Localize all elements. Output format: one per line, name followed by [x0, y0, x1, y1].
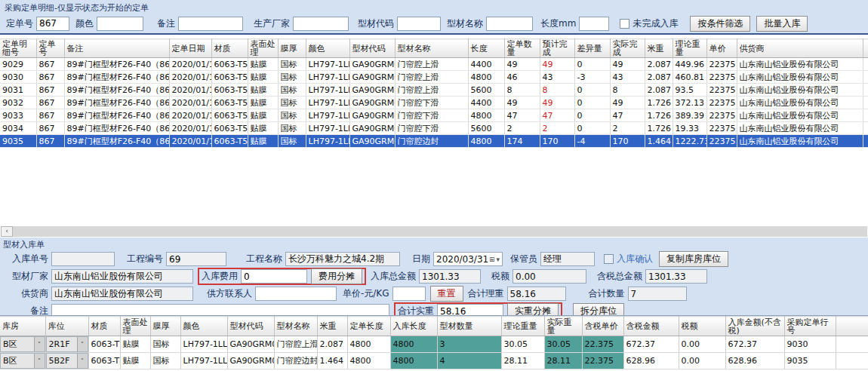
grid-cell[interactable]: 5600 [468, 84, 504, 97]
grid-cell[interactable]: 国标 [278, 122, 306, 135]
grid-cell[interactable]: 贴膜 [120, 353, 150, 369]
col-header[interactable]: 库位 [45, 317, 88, 336]
manufacturer-input[interactable] [293, 17, 349, 31]
grid-cell[interactable]: 30.05 [501, 336, 544, 353]
col-header[interactable]: 膜厚 [278, 39, 306, 58]
col-header[interactable]: 材质 [88, 317, 120, 336]
fee-share-button[interactable]: 费用分摊 [311, 268, 362, 284]
grid-cell[interactable]: GA90GRM04 [349, 109, 395, 122]
grid-cell[interactable]: 672.37 [725, 336, 784, 353]
grid-cell[interactable]: 9030 [0, 71, 36, 84]
col-header[interactable]: 理论重量 [501, 317, 544, 336]
color-input[interactable] [97, 17, 143, 31]
grid-cell[interactable]: 6063-T5 [211, 84, 248, 97]
grid-cell[interactable]: 1.726 [645, 97, 673, 109]
grid-cell[interactable]: 1222.73 [673, 135, 706, 148]
grid-cell[interactable]: 89#门框型材F26-F40（866+867） [64, 84, 169, 97]
grid-cell[interactable]: 门帘腔上滑 [395, 58, 468, 71]
col-header[interactable]: 颜色 [180, 317, 227, 336]
grid-cell[interactable]: 2 [540, 122, 574, 135]
col-header[interactable]: 单价 [706, 39, 737, 58]
grid-cell[interactable]: 49 [540, 97, 574, 109]
grid-cell[interactable]: 山东南山铝业股份有限公司 [737, 135, 863, 148]
grid-cell[interactable]: LH797-1LL0 [306, 58, 349, 71]
col-header[interactable]: 备注 [64, 39, 169, 58]
grid-cell[interactable]: 49 [610, 58, 645, 71]
chevron-down-icon[interactable]: ˅ [77, 337, 88, 351]
grid-cell[interactable]: LH797-1LL0 [306, 97, 349, 109]
grid-cell[interactable]: 门帘腔上滑 [395, 84, 468, 97]
grid-cell[interactable]: 867 [36, 84, 64, 97]
grid-cell[interactable]: 山东南山铝业股份有限公司 [737, 97, 863, 109]
grid-cell[interactable]: 6063-T5 [211, 97, 248, 109]
grid-cell[interactable]: 门帘腔边封 [395, 135, 468, 148]
grid-cell[interactable]: 4 [437, 353, 501, 369]
grid-cell[interactable]: 3 [437, 336, 501, 353]
grid-cell[interactable]: 47 [540, 109, 574, 122]
horizontal-scrollbar[interactable]: ‹ [1, 226, 867, 237]
grid-cell[interactable]: 门帘腔下滑 [395, 97, 468, 109]
chevron-down-icon[interactable]: ˅ [77, 354, 88, 368]
grid-cell[interactable]: 47 [504, 109, 540, 122]
supplier-field[interactable]: 山东南山铝业股份有限公司 [51, 287, 193, 301]
grid-cell[interactable]: 2 [610, 122, 645, 135]
grid-cell[interactable]: 4800 [390, 353, 437, 369]
grid-cell[interactable]: 2.087 [317, 336, 347, 353]
col-header[interactable]: 型材名称 [274, 317, 317, 336]
grid-cell[interactable]: 1.726 [645, 122, 673, 135]
inbound-confirm-checkbox[interactable] [604, 254, 614, 264]
grid-cell[interactable]: 628.96 [623, 353, 679, 369]
grid-cell[interactable]: LH797-1LL0 [180, 353, 227, 369]
length-input[interactable] [579, 17, 609, 31]
col-header[interactable]: 型材数量 [437, 317, 501, 336]
tax-field[interactable]: 0.00 [512, 269, 586, 284]
table-row[interactable]: 903486789#门框型材F26-F40（866+867）2020/01/13… [0, 122, 868, 135]
unfinished-checkbox[interactable] [620, 19, 629, 29]
grid-cell[interactable]: GA90GRM03 [349, 71, 395, 84]
col-header[interactable]: 型材名称 [395, 39, 468, 58]
grid-cell[interactable]: GA90GRM03 [227, 336, 274, 353]
table-row[interactable]: 902986789#门框型材F26-F40（866+867）2020/01/13… [0, 58, 868, 71]
table-row[interactable]: B区˅2R1F˅6063-T5贴膜国标LH797-1LL0GA90GRM03门帘… [0, 336, 868, 353]
grid-cell[interactable]: 22375 [706, 109, 737, 122]
grid-cell[interactable]: GA90GRM03 [349, 84, 395, 97]
col-header[interactable]: 入库长度 [390, 317, 437, 336]
grid-cell[interactable]: 867 [36, 109, 64, 122]
col-header[interactable]: 型材代码 [349, 39, 395, 58]
copy-warehouse-location-button[interactable]: 复制库房库位 [659, 251, 728, 267]
grid-cell[interactable]: 8 [504, 84, 540, 97]
grid-cell[interactable]: 49 [504, 58, 540, 71]
grid-cell[interactable]: 867 [36, 58, 64, 71]
profile-name-input[interactable] [486, 17, 533, 31]
grid-cell[interactable]: B区˅ [0, 336, 45, 353]
col-header[interactable]: 实际完成 [610, 39, 645, 58]
table-row[interactable]: 903386789#门框型材F26-F40（866+867）2020/01/13… [0, 109, 868, 122]
grid-cell[interactable]: LH797-1LL0 [306, 122, 349, 135]
col-header[interactable]: 材质 [211, 39, 248, 58]
grid-cell[interactable]: -3 [574, 71, 610, 84]
chevron-down-icon[interactable]: ▾ [496, 256, 500, 263]
grid-cell[interactable]: 2020/01/13 [169, 135, 211, 148]
grid-cell[interactable]: GA90GRM04 [349, 122, 395, 135]
grid-cell[interactable]: 6063-T5 [211, 71, 248, 84]
grid-cell[interactable]: 国标 [278, 84, 306, 97]
col-header[interactable]: 表面处理 [120, 317, 150, 336]
grid-cell[interactable]: GA90GRM05 [349, 135, 395, 148]
grid-cell[interactable]: 22375 [706, 97, 737, 109]
grid-cell[interactable]: GA90GRM04 [349, 97, 395, 109]
grid-cell[interactable]: 国标 [278, 135, 306, 148]
grid-cell[interactable]: 43 [540, 71, 574, 84]
grid-cell[interactable]: 89#门框型材F26-F40（866+867） [64, 58, 169, 71]
grid-cell[interactable]: 89#门框型材F26-F40（866+867） [64, 97, 169, 109]
grid-cell[interactable]: 4800 [468, 135, 504, 148]
tax-total-field[interactable]: 1301.33 [645, 269, 707, 284]
table-row[interactable]: 903186789#门框型材F26-F40（866+867）2020/01/13… [0, 84, 868, 97]
grid-cell[interactable]: 28.11 [544, 353, 582, 369]
fee-input[interactable] [241, 269, 307, 284]
grid-cell[interactable]: 2.087 [645, 58, 673, 71]
grid-cell[interactable]: 9034 [0, 122, 36, 135]
grid-cell[interactable]: 170 [540, 135, 574, 148]
grid-cell[interactable]: 867 [36, 71, 64, 84]
grid-cell[interactable]: 6063-T5 [88, 353, 120, 369]
grid-cell[interactable]: 174 [504, 135, 540, 148]
